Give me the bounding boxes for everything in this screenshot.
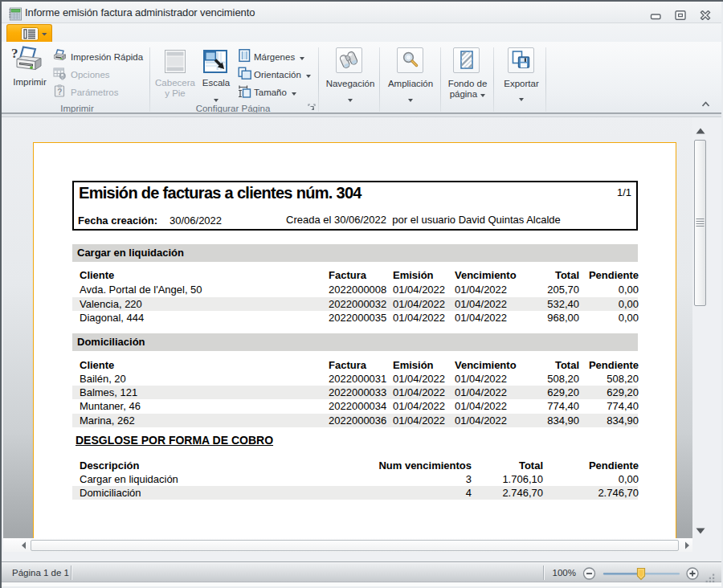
svg-text:?: ? bbox=[57, 88, 62, 96]
